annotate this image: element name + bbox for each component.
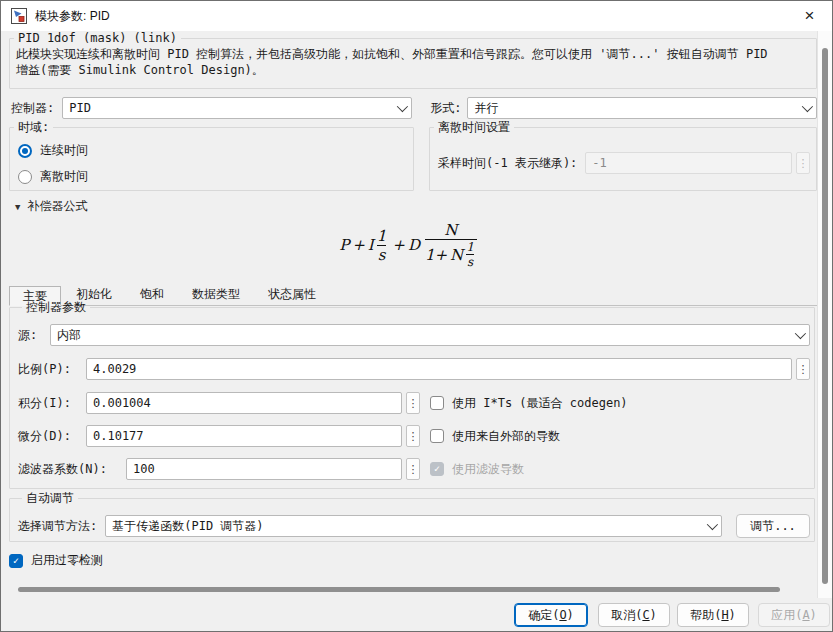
compensator-formula: P + I 1 s + D N 1+ N 1 s <box>1 209 818 281</box>
chevron-down-icon <box>707 519 718 530</box>
check-icon: ✓ <box>13 556 19 566</box>
use-its-label: 使用 I*Ts (最适合 codegen) <box>452 395 628 412</box>
vertical-scrollbar[interactable] <box>817 31 832 598</box>
cancel-button[interactable]: 取消(C) <box>598 603 670 627</box>
chevron-down-icon <box>802 101 813 112</box>
formula-term-p: P <box>339 236 349 254</box>
fraction-numerator: 1 <box>466 240 474 254</box>
sample-time-label: 采样时间(-1 表示继承): <box>438 155 577 172</box>
formula-plus: + <box>352 236 365 254</box>
cancel-label-suffix: ) <box>650 608 657 622</box>
denominator-n: N <box>450 246 463 264</box>
source-label: 源: <box>18 327 50 344</box>
cancel-mnemonic: C <box>642 608 649 622</box>
discrete-time-label: 离散时间 <box>40 168 88 185</box>
ok-label-suffix: ) <box>567 608 574 622</box>
radio-continuous-time[interactable]: 连续时间 <box>18 142 413 159</box>
dialog-title: 模块参数: PID <box>35 8 110 25</box>
checkbox-checked-icon[interactable]: ✓ <box>9 554 23 568</box>
formula-plus: + <box>392 236 405 254</box>
fraction-denominator: s <box>378 246 386 264</box>
footer-button-bar: 确定(O) 取消(C) 帮助(H) 应用(A) <box>1 598 833 632</box>
form-value: 并行 <box>474 100 796 117</box>
apply-button[interactable]: 应用(A) <box>758 603 830 627</box>
external-derivative-label: 使用来自外部的导数 <box>452 428 560 445</box>
derivative-label: 微分(D): <box>18 428 86 445</box>
close-icon[interactable]: × <box>787 1 832 31</box>
filter-coefficient-options-button[interactable]: ⋮ <box>406 458 420 480</box>
fraction-denominator: 1+ N 1 s <box>425 240 477 269</box>
formula-fraction-integrator: 1 s <box>377 227 387 264</box>
radio-unselected-icon[interactable] <box>18 170 32 184</box>
integral-options-button[interactable]: ⋮ <box>406 392 420 414</box>
help-button[interactable]: 帮助(H) <box>677 603 749 627</box>
fraction-denominator: s <box>467 255 473 269</box>
time-domain-group: 时域: 连续时间 离散时间 <box>9 119 414 191</box>
mask-description-group: PID 1dof (mask) (link) 此模块实现连续和离散时间 PID … <box>9 31 817 89</box>
zero-crossing-label: 启用过零检测 <box>31 552 103 569</box>
fraction-numerator: N <box>444 221 457 239</box>
ok-mnemonic: O <box>559 608 566 622</box>
denominator-text: 1+ <box>425 246 447 264</box>
form-dropdown[interactable]: 并行 <box>467 97 817 119</box>
use-its-checkbox-row[interactable]: 使用 I*Ts (最适合 codegen) <box>430 395 628 412</box>
formula-fraction-inner: 1 s <box>466 240 474 269</box>
controller-parameters-legend: 控制器参数 <box>26 300 86 314</box>
automated-tuning-group: 自动调节 选择调节方法: 基于传递函数(PID 调节器) 调节... <box>9 490 815 542</box>
radio-selected-icon[interactable] <box>18 144 32 158</box>
title-bar: 模块参数: PID × <box>1 1 832 31</box>
cancel-label: 取消( <box>611 607 642 624</box>
radio-discrete-time[interactable]: 离散时间 <box>18 168 413 185</box>
check-icon: ✓ <box>434 464 440 474</box>
time-domain-legend: 时域: <box>18 120 49 134</box>
controller-label: 控制器: <box>11 100 54 117</box>
form-label: 形式: <box>430 100 461 117</box>
help-mnemonic: H <box>721 608 728 622</box>
controller-parameters-group: 控制器参数 源: 内部 比例(P): ⋮ 积分(I): ⋮ 使用 I*Ts (最… <box>9 299 815 489</box>
zero-crossing-checkbox-row[interactable]: ✓ 启用过零检测 <box>9 552 103 569</box>
mask-group-legend: PID 1dof (mask) (link) <box>18 31 177 45</box>
external-derivative-checkbox-row[interactable]: 使用来自外部的导数 <box>430 428 560 445</box>
derivative-options-button[interactable]: ⋮ <box>406 425 420 447</box>
formula-fraction-filter: N 1+ N 1 s <box>425 221 477 269</box>
apply-label: 应用( <box>771 607 802 624</box>
ok-label: 确定( <box>528 607 559 624</box>
horizontal-scrollbar-thumb[interactable] <box>18 587 780 592</box>
discrete-settings-legend: 离散时间设置 <box>438 120 510 134</box>
horizontal-scrollbar[interactable] <box>1 584 818 596</box>
integral-input[interactable] <box>86 392 402 414</box>
tuning-method-dropdown[interactable]: 基于传递函数(PID 调节器) <box>105 515 722 537</box>
automated-tuning-legend: 自动调节 <box>26 491 74 505</box>
fraction-numerator: 1 <box>377 227 387 245</box>
sample-time-input[interactable] <box>585 152 792 174</box>
apply-mnemonic: A <box>802 608 809 622</box>
proportional-options-button[interactable]: ⋮ <box>796 358 810 380</box>
filter-coefficient-label: 滤波器系数(N): <box>18 461 126 478</box>
proportional-label: 比例(P): <box>18 361 86 378</box>
formula-term-i: I <box>368 236 374 254</box>
proportional-input[interactable] <box>86 358 792 380</box>
checkbox-unchecked-icon[interactable] <box>430 429 444 443</box>
chevron-down-icon <box>795 328 806 339</box>
source-dropdown[interactable]: 内部 <box>50 324 810 346</box>
filtered-derivative-checkbox-row: ✓ 使用滤波导数 <box>430 461 524 478</box>
simulink-mask-icon <box>11 8 27 24</box>
checkbox-checked-disabled-icon: ✓ <box>430 462 444 476</box>
help-label: 帮助( <box>690 607 721 624</box>
apply-label-suffix: ) <box>810 608 817 622</box>
vertical-scrollbar-thumb[interactable] <box>822 48 828 584</box>
ok-button[interactable]: 确定(O) <box>514 603 588 627</box>
derivative-input[interactable] <box>86 425 402 447</box>
integral-label: 积分(I): <box>18 395 86 412</box>
mask-description-line2: 增益(需要 Simulink Control Design)。 <box>16 62 810 78</box>
controller-dropdown[interactable]: PID <box>62 97 412 119</box>
chevron-down-icon <box>397 101 408 112</box>
discrete-settings-group: 离散时间设置 采样时间(-1 表示继承): ⋮ <box>429 119 817 191</box>
mask-description-line1: 此模块实现连续和离散时间 PID 控制算法，并包括高级功能，如抗饱和、外部重置和… <box>16 46 810 62</box>
tune-button[interactable]: 调节... <box>736 514 810 538</box>
filter-coefficient-input[interactable] <box>126 458 402 480</box>
checkbox-unchecked-icon[interactable] <box>430 396 444 410</box>
sample-time-options-button[interactable]: ⋮ <box>796 152 810 174</box>
tuning-method-value: 基于传递函数(PID 调节器) <box>112 518 701 535</box>
tuning-method-label: 选择调节方法: <box>18 518 97 535</box>
